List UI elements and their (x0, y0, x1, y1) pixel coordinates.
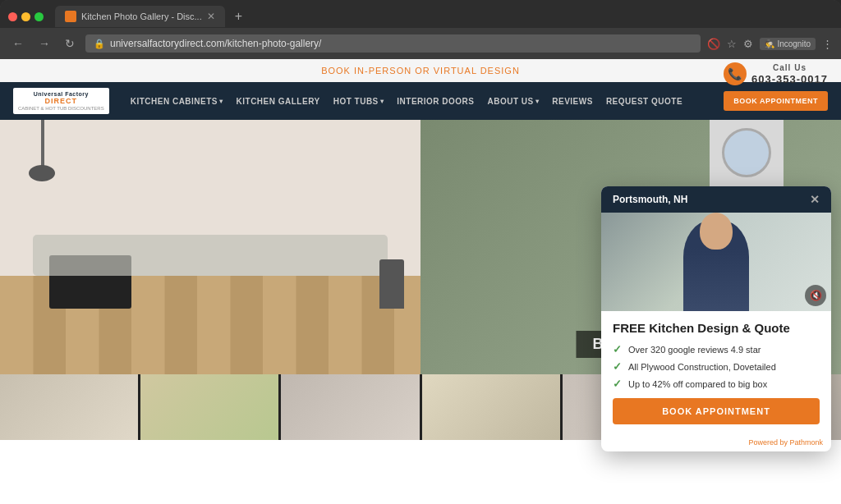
nav-item-reviews[interactable]: REVIEWS (552, 97, 593, 106)
stool (379, 259, 404, 309)
new-tab-button[interactable]: + (230, 9, 247, 24)
chevron-down-icon: ▾ (535, 98, 540, 105)
top-bar: BOOK IN-PERSON OR VIRTUAL DESIGN 📞 Call … (0, 59, 841, 82)
check-icon-2: ✓ (613, 360, 622, 373)
gallery-main-photo[interactable] (0, 120, 420, 374)
nav-bar: ← → ↻ 🔒 universalfactorydirect.com/kitch… (0, 28, 841, 59)
lamp-pole (41, 120, 44, 169)
popup-header: Portsmouth, NH ✕ (601, 186, 831, 213)
tab-close-icon[interactable]: ✕ (207, 11, 215, 22)
nav-actions: 🚫 ☆ ⚙ 🕵 Incognito ⋮ (707, 38, 833, 50)
thumbnail-3[interactable] (281, 374, 419, 440)
powered-by-text: Powered by (748, 438, 788, 447)
back-button[interactable]: ← (8, 35, 28, 52)
lamp-shade (29, 165, 55, 181)
nav-item-kitchen-gallery[interactable]: KITCHEN GALLERY (237, 97, 320, 106)
logo-main-text: Universal Factory (34, 91, 89, 97)
nav-item-hot-tubs[interactable]: HOT TUBS ▾ (333, 97, 384, 106)
website: BOOK IN-PERSON OR VIRTUAL DESIGN 📞 Call … (0, 59, 841, 504)
nav-item-about-us[interactable]: ABOUT US ▾ (488, 97, 540, 106)
popup-feature-3: ✓ Up to 42% off compared to big box (613, 378, 820, 390)
phone-icon: 📞 (724, 62, 747, 85)
logo-box: Universal Factory DIRECT CABINET & HOT T… (13, 88, 109, 114)
popup-book-button[interactable]: BOOK APPOINTMENT (613, 398, 820, 424)
popup-close-button[interactable]: ✕ (810, 193, 820, 206)
traffic-lights (8, 12, 44, 21)
popup-body: FREE Kitchen Design & Quote ✓ Over 320 g… (601, 311, 831, 434)
chevron-down-icon: ▾ (380, 98, 384, 105)
lock-icon: 🔒 (94, 39, 105, 49)
nav-item-kitchen-cabinets[interactable]: KITCHEN CABINETS ▾ (131, 97, 223, 106)
nav-item-interior-doors[interactable]: INTERIOR DOORS (397, 97, 474, 106)
rug (33, 235, 388, 276)
logo-direct-text: DIRECT (45, 97, 78, 105)
feature-text-3: Up to 42% off compared to big box (628, 379, 767, 389)
tab-title: Kitchen Photo Gallery - Disc... (81, 11, 202, 21)
dryer-door (722, 128, 771, 177)
main-nav: Universal Factory DIRECT CABINET & HOT T… (0, 82, 841, 120)
nav-item-request-quote[interactable]: REQUEST QUOTE (606, 97, 682, 106)
popup-feature-2: ✓ All Plywood Construction, Dovetailed (613, 360, 820, 373)
refresh-button[interactable]: ↻ (61, 35, 79, 52)
logo[interactable]: Universal Factory DIRECT CABINET & HOT T… (13, 88, 109, 114)
close-button[interactable] (8, 12, 17, 21)
active-tab[interactable]: Kitchen Photo Gallery - Disc... ✕ (55, 6, 225, 27)
bookmark-icon[interactable]: ☆ (727, 38, 737, 50)
forward-button[interactable]: → (34, 35, 54, 52)
call-info: Call Us 603-353-0017 (751, 62, 828, 85)
thumbnail-4[interactable] (422, 374, 560, 440)
call-us-box[interactable]: 📞 Call Us 603-353-0017 (724, 62, 828, 85)
mute-button[interactable]: 🔇 (805, 285, 826, 306)
popup-widget: Portsmouth, NH ✕ 🔇 FREE Kitchen Design &… (601, 186, 831, 451)
minimize-button[interactable] (21, 12, 30, 21)
popup-footer: Powered by Pathmonk (601, 434, 831, 451)
fullscreen-button[interactable] (34, 12, 44, 21)
eye-off-icon[interactable]: 🚫 (707, 38, 720, 50)
incognito-badge: 🕵 Incognito (760, 38, 816, 50)
menu-icon[interactable]: ⋮ (822, 38, 833, 50)
popup-video: 🔇 (601, 213, 831, 311)
chevron-down-icon: ▾ (219, 98, 223, 105)
check-icon-1: ✓ (613, 343, 622, 355)
incognito-icon: 🕵 (765, 39, 774, 48)
video-head (700, 213, 733, 250)
feature-text-1: Over 320 google reviews 4.9 star (628, 345, 761, 355)
browser-chrome: Kitchen Photo Gallery - Disc... ✕ + ← → … (0, 0, 841, 59)
powered-brand: Pathmonk (789, 438, 823, 447)
popup-location: Portsmouth, NH (613, 194, 687, 205)
url-text: universalfactorydirect.com/kitchen-photo… (110, 38, 321, 49)
tab-bar: Kitchen Photo Gallery - Disc... ✕ + (0, 0, 841, 28)
video-person (683, 221, 749, 311)
popup-title: FREE Kitchen Design & Quote (613, 321, 820, 335)
phone-number: 603-353-0017 (751, 73, 828, 85)
feature-text-2: All Plywood Construction, Dovetailed (628, 362, 776, 372)
book-appointment-button[interactable]: BOOK APPOINTMENT (724, 91, 828, 111)
promo-text: BOOK IN-PERSON OR VIRTUAL DESIGN (321, 66, 520, 76)
tab-favicon (65, 11, 76, 22)
address-bar[interactable]: 🔒 universalfactorydirect.com/kitchen-pho… (85, 34, 701, 53)
incognito-label: Incognito (777, 39, 811, 48)
logo-sub-text: CABINET & HOT TUB DISCOUNTERS (18, 106, 104, 111)
thumbnail-2[interactable] (140, 374, 278, 440)
check-icon-3: ✓ (613, 378, 622, 390)
popup-feature-1: ✓ Over 320 google reviews 4.9 star (613, 343, 820, 355)
thumbnail-1[interactable] (0, 374, 138, 440)
settings-icon[interactable]: ⚙ (743, 38, 753, 50)
call-label: Call Us (751, 62, 828, 73)
